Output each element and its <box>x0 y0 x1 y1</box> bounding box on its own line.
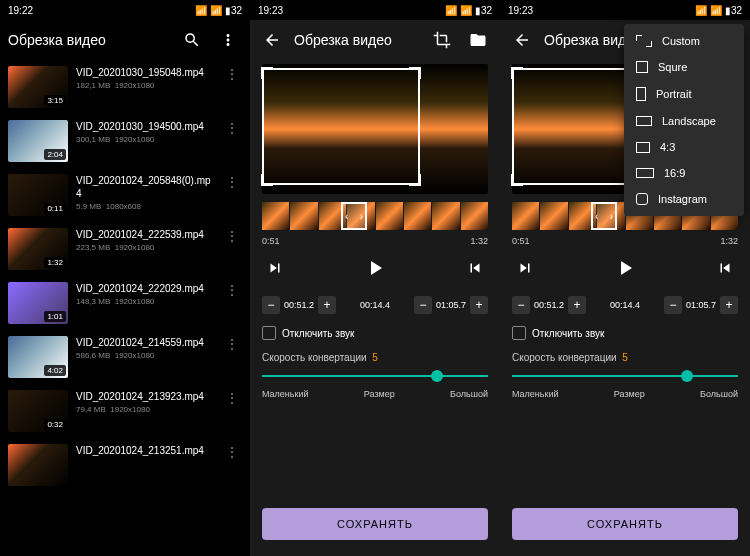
video-item[interactable]: 0:32 VID_20201024_213923.mp4 79,4 MB 192… <box>0 384 250 438</box>
crop-button[interactable] <box>428 26 456 54</box>
timeline-cursor[interactable]: ‹› <box>341 202 367 230</box>
crop-handle-tr[interactable] <box>409 67 421 79</box>
crop-frame[interactable] <box>262 68 420 185</box>
video-meta: 148,3 MB 1920x1080 <box>76 297 214 306</box>
skip-prev-button[interactable] <box>716 259 734 281</box>
video-item[interactable]: 2:04 VID_20201030_194500.mp4 300,1 MB 19… <box>0 114 250 168</box>
wifi-icon: 📶 <box>710 5 722 16</box>
video-thumbnail: 0:32 <box>8 390 68 432</box>
page-title: Обрезка видео <box>294 32 420 48</box>
video-more-button[interactable]: ⋮ <box>222 120 242 136</box>
video-filename: VID_20201030_194500.mp4 <box>76 120 214 133</box>
video-duration: 0:32 <box>44 419 66 430</box>
aspect-option-portrait[interactable]: Portrait <box>624 80 744 108</box>
aspect-option-16-9[interactable]: 16:9 <box>624 160 744 186</box>
timeline-labels: 0:51 1:32 <box>500 234 750 248</box>
skip-next-button[interactable] <box>266 259 284 281</box>
crop-handle-bl[interactable] <box>511 174 523 186</box>
video-more-button[interactable]: ⋮ <box>222 390 242 406</box>
mute-checkbox[interactable] <box>262 326 276 340</box>
end-time-minus[interactable]: − <box>414 296 432 314</box>
end-time-plus[interactable]: + <box>720 296 738 314</box>
video-filename: VID_20201024_214559.mp4 <box>76 336 214 349</box>
video-item[interactable]: 1:01 VID_20201024_222029.mp4 148,3 MB 19… <box>0 276 250 330</box>
video-duration: 4:02 <box>44 365 66 376</box>
timeline[interactable]: ‹› <box>262 202 488 230</box>
more-button[interactable] <box>214 26 242 54</box>
video-more-button[interactable]: ⋮ <box>222 444 242 460</box>
video-info: VID_20201024_222539.mp4 223,5 MB 1920x10… <box>76 228 214 252</box>
aspect-option-instagram[interactable]: Instagram <box>624 186 744 212</box>
speed-value: 5 <box>372 352 378 363</box>
aspect-icon <box>636 87 646 101</box>
status-icons: 📶 📶 ▮32 <box>195 5 242 16</box>
timeline-labels: 0:51 1:32 <box>250 234 500 248</box>
aspect-option-landscape[interactable]: Landscape <box>624 108 744 134</box>
speed-slider-thumb[interactable] <box>431 370 443 382</box>
aspect-option-4-3[interactable]: 4:3 <box>624 134 744 160</box>
speed-slider-thumb[interactable] <box>681 370 693 382</box>
video-filename: VID_20201024_205848(0).mp4 <box>76 174 214 200</box>
aspect-option-custom[interactable]: Custom <box>624 28 744 54</box>
video-meta: 5.9 MB 1080x608 <box>76 202 214 211</box>
video-list[interactable]: 3:15 VID_20201030_195048.mp4 182,1 MB 19… <box>0 60 250 556</box>
skip-prev-button[interactable] <box>466 259 484 281</box>
play-button[interactable] <box>613 256 637 284</box>
back-button[interactable] <box>508 26 536 54</box>
video-info: VID_20201024_213251.mp4 <box>76 444 214 459</box>
speed-slider[interactable] <box>512 375 738 377</box>
start-time-plus[interactable]: + <box>318 296 336 314</box>
mute-row[interactable]: Отключить звук <box>250 318 500 348</box>
end-time-minus[interactable]: − <box>664 296 682 314</box>
statusbar: 19:23 📶 📶 ▮32 <box>250 0 500 20</box>
speed-slider[interactable] <box>262 375 488 377</box>
end-time-plus[interactable]: + <box>470 296 488 314</box>
video-more-button[interactable]: ⋮ <box>222 66 242 82</box>
aspect-icon <box>636 116 652 126</box>
size-labels: Маленький Размер Большой <box>250 385 500 403</box>
play-button[interactable] <box>363 256 387 284</box>
crop-handle-tl[interactable] <box>511 67 523 79</box>
crop-handle-bl[interactable] <box>261 174 273 186</box>
skip-next-button[interactable] <box>516 259 534 281</box>
timeline-cursor[interactable]: ‹› <box>591 202 617 230</box>
search-button[interactable] <box>178 26 206 54</box>
back-button[interactable] <box>258 26 286 54</box>
save-button[interactable]: СОХРАНЯТЬ <box>262 508 488 540</box>
video-more-button[interactable]: ⋮ <box>222 174 242 190</box>
video-more-button[interactable]: ⋮ <box>222 228 242 244</box>
crop-handle-tl[interactable] <box>261 67 273 79</box>
appbar: Обрезка видео <box>0 20 250 60</box>
start-time-stepper: − 00:51.2 + <box>512 296 586 314</box>
video-item[interactable]: 0:11 VID_20201024_205848(0).mp4 5.9 MB 1… <box>0 168 250 222</box>
video-thumbnail: 4:02 <box>8 336 68 378</box>
video-meta: 79,4 MB 1920x1080 <box>76 405 214 414</box>
folder-button[interactable] <box>464 26 492 54</box>
aspect-option-squre[interactable]: Squre <box>624 54 744 80</box>
start-time-stepper: − 00:51.2 + <box>262 296 336 314</box>
mute-checkbox[interactable] <box>512 326 526 340</box>
video-item[interactable]: 1:32 VID_20201024_222539.mp4 223,5 MB 19… <box>0 222 250 276</box>
video-more-button[interactable]: ⋮ <box>222 282 242 298</box>
playback-controls <box>250 248 500 292</box>
end-time-value: 01:05.7 <box>686 300 716 310</box>
status-time: 19:23 <box>508 5 533 16</box>
video-item[interactable]: VID_20201024_213251.mp4 ⋮ <box>0 438 250 492</box>
timeline-frame <box>290 202 317 230</box>
mute-row[interactable]: Отключить звук <box>500 318 750 348</box>
video-info: VID_20201030_194500.mp4 300,1 MB 1920x10… <box>76 120 214 144</box>
timeline-frame <box>512 202 539 230</box>
speed-label: Скорость конвертации <box>262 352 367 363</box>
video-item[interactable]: 3:15 VID_20201030_195048.mp4 182,1 MB 19… <box>0 60 250 114</box>
start-time-minus[interactable]: − <box>512 296 530 314</box>
video-more-button[interactable]: ⋮ <box>222 336 242 352</box>
crop-handle-br[interactable] <box>409 174 421 186</box>
video-meta: 300,1 MB 1920x1080 <box>76 135 214 144</box>
status-icons: 📶 📶 ▮32 <box>445 5 492 16</box>
play-icon <box>363 256 387 280</box>
start-time-minus[interactable]: − <box>262 296 280 314</box>
video-item[interactable]: 4:02 VID_20201024_214559.mp4 586,6 MB 19… <box>0 330 250 384</box>
video-preview[interactable] <box>262 64 488 194</box>
save-button[interactable]: СОХРАНЯТЬ <box>512 508 738 540</box>
start-time-plus[interactable]: + <box>568 296 586 314</box>
